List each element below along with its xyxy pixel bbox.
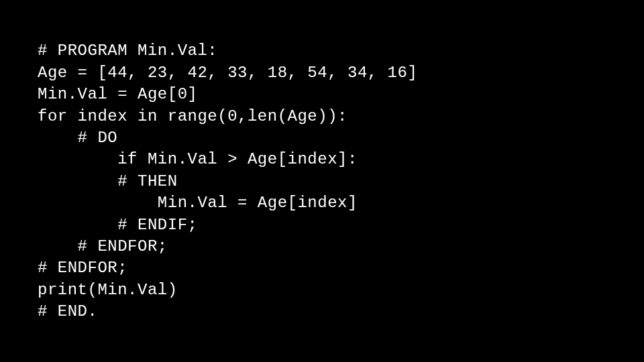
code-line: # END.	[38, 302, 97, 320]
code-line: Min.Val = Age[0]	[38, 85, 197, 103]
code-line: # THEN	[38, 172, 178, 190]
code-line: # ENDFOR;	[38, 259, 127, 277]
code-block: # PROGRAM Min.Val: Age = [44, 23, 42, 33…	[0, 0, 644, 322]
code-line: Min.Val = Age[index]	[38, 194, 358, 212]
code-line: # ENDFOR;	[38, 237, 168, 255]
code-line: # DO	[38, 129, 117, 147]
code-line: for index in range(0,len(Age)):	[38, 107, 347, 125]
code-line: # PROGRAM Min.Val:	[38, 42, 217, 60]
code-line: Age = [44, 23, 42, 33, 18, 54, 34, 16]	[38, 64, 417, 82]
code-line: print(Min.Val)	[38, 281, 178, 299]
code-line: # ENDIF;	[38, 216, 197, 234]
code-line: if Min.Val > Age[index]:	[38, 150, 358, 168]
